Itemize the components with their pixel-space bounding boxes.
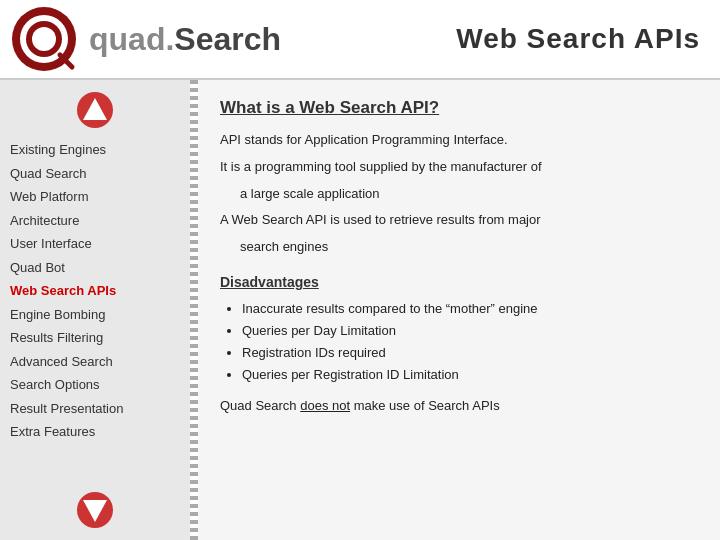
disadvantages-title: Disadvantages	[220, 274, 698, 290]
bullet-item-1: Inaccurate results compared to the “moth…	[242, 298, 698, 320]
sidebar-item-extra-features[interactable]: Extra Features	[5, 420, 185, 444]
logo-text: quad.Search	[89, 21, 281, 58]
content-para3-indent: search engines	[240, 237, 698, 258]
sidebar-item-web-platform[interactable]: Web Platform	[5, 185, 185, 209]
svg-point-3	[32, 27, 56, 51]
sidebar-item-results-filtering[interactable]: Results Filtering	[5, 326, 185, 350]
content-para3: A Web Search API is used to retrieve res…	[220, 210, 698, 231]
logo: quad.Search	[10, 5, 281, 73]
content-para2-indent: a large scale application	[240, 184, 698, 205]
sidebar-item-result-presentation[interactable]: Result Presentation	[5, 397, 185, 421]
bullet-item-2: Queries per Day Limitation	[242, 320, 698, 342]
sidebar-item-quad-bot[interactable]: Quad Bot	[5, 256, 185, 280]
page-title: Web Search APIs	[456, 23, 700, 55]
final-note-suffix: make use of Search APIs	[350, 398, 500, 413]
content-main-title: What is a Web Search API?	[220, 98, 698, 118]
bullet-item-3: Registration IDs required	[242, 342, 698, 364]
bullet-item-4: Queries per Registration ID Limitation	[242, 364, 698, 386]
nav-up-arrow-icon[interactable]	[75, 90, 115, 130]
header: quad.Search Web Search APIs	[0, 0, 720, 80]
disadvantages-list: Inaccurate results compared to the “moth…	[220, 298, 698, 386]
content-para1: API stands for Application Programming I…	[220, 130, 698, 151]
sidebar-nav-list: Existing Engines Quad Search Web Platfor…	[0, 138, 190, 482]
final-note: Quad Search does not make use of Search …	[220, 398, 698, 413]
final-note-prefix: Quad Search	[220, 398, 300, 413]
main-layout: Existing Engines Quad Search Web Platfor…	[0, 80, 720, 540]
logo-icon	[10, 5, 85, 73]
sidebar-item-existing-engines[interactable]: Existing Engines	[5, 138, 185, 162]
nav-down-arrow-icon[interactable]	[75, 490, 115, 530]
sidebar-item-advanced-search[interactable]: Advanced Search	[5, 350, 185, 374]
sidebar-item-architecture[interactable]: Architecture	[5, 209, 185, 233]
sidebar-divider	[190, 80, 198, 540]
sidebar: Existing Engines Quad Search Web Platfor…	[0, 80, 190, 540]
sidebar-item-search-options[interactable]: Search Options	[5, 373, 185, 397]
sidebar-item-quad-search[interactable]: Quad Search	[5, 162, 185, 186]
sidebar-item-user-interface[interactable]: User Interface	[5, 232, 185, 256]
sidebar-item-engine-bombing[interactable]: Engine Bombing	[5, 303, 185, 327]
content-area: What is a Web Search API? API stands for…	[198, 80, 720, 540]
sidebar-item-web-search-apis[interactable]: Web Search APIs	[5, 279, 185, 303]
content-para2: It is a programming tool supplied by the…	[220, 157, 698, 178]
content-body: API stands for Application Programming I…	[220, 130, 698, 258]
final-note-underline: does not	[300, 398, 350, 413]
